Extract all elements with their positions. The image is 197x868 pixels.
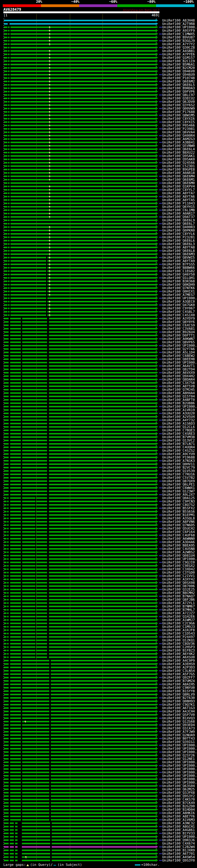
alignment-bar-segment	[15, 833, 18, 834]
alignment-bar-segment	[22, 524, 35, 526]
alignment-bar-segment	[51, 734, 156, 736]
alignment-bar-segment	[4, 209, 7, 211]
alignment-bar-segment	[7, 589, 9, 590]
subject-gap-dash	[159, 670, 162, 671]
alignment-bar-segment	[22, 650, 35, 651]
alignment-bar-segment	[22, 643, 35, 645]
alignment-bar-segment	[52, 826, 156, 827]
query-gap-triangle-stem	[50, 196, 50, 198]
alignment-bar-segment	[4, 646, 6, 648]
alignment-bar-segment	[22, 484, 47, 485]
alignment-bar-segment	[8, 230, 9, 231]
alignment-bar-segment	[51, 670, 156, 672]
alignment-bar-segment	[36, 582, 47, 584]
subject-arrow-icon	[156, 520, 158, 523]
query-gap-triangle-stem	[50, 217, 50, 218]
alignment-bar-segment	[4, 375, 9, 377]
alignment-bar-segment	[10, 609, 21, 611]
alignment-bar-segment	[52, 823, 156, 824]
subject-gap-dash	[159, 95, 162, 95]
subject-arrow-icon	[156, 463, 158, 465]
alignment-bar-segment	[8, 115, 9, 116]
subject-arrow-icon	[156, 66, 158, 69]
alignment-bar-segment	[36, 528, 47, 529]
alignment-bar-segment	[8, 81, 9, 82]
subject-arrow-icon	[156, 710, 158, 713]
alignment-bar-segment	[7, 538, 9, 539]
alignment-bar-segment	[8, 148, 9, 150]
alignment-bar-segment	[22, 385, 47, 387]
alignment-bar-segment	[22, 836, 50, 838]
subject-arrow-icon	[156, 476, 158, 479]
alignment-bar-segment	[4, 460, 9, 462]
alignment-bar-segment	[8, 64, 9, 65]
subject-gap-dash	[159, 643, 162, 644]
query-gap-triangle-stem	[50, 288, 50, 289]
alignment-bar-segment	[49, 541, 156, 543]
alignment-bar-segment	[4, 206, 7, 208]
alignment-bar-segment	[7, 572, 9, 573]
alignment-bar-segment	[49, 582, 156, 584]
alignment-bar-segment	[10, 54, 156, 55]
alignment-bar-segment	[36, 585, 47, 587]
alignment-bar-segment	[22, 582, 35, 584]
alignment-bar-segment	[22, 420, 47, 421]
alignment-bar-segment	[15, 860, 18, 861]
subject-arrow-icon	[156, 84, 158, 86]
alignment-bar-segment	[49, 423, 156, 424]
alignment-bar-segment	[4, 233, 7, 235]
alignment-bar-segment	[8, 40, 9, 41]
alignment-bar-segment	[8, 94, 9, 96]
subject-gap-dash	[159, 731, 162, 732]
alignment-bar-segment	[49, 433, 156, 434]
subject-gap-dash	[159, 223, 162, 224]
alignment-bar-segment	[22, 680, 49, 682]
alignment-bar-segment	[22, 677, 49, 678]
subject-arrow-icon	[156, 642, 158, 645]
alignment-bar-segment	[4, 711, 9, 712]
subject-arrow-icon	[156, 419, 158, 421]
alignment-bar-segment	[10, 43, 156, 45]
subject-arrow-icon	[156, 422, 158, 425]
alignment-bar-segment	[10, 182, 156, 184]
subject-gap-dash	[159, 67, 162, 68]
alignment-bar-segment	[49, 602, 156, 604]
alignment-bar-segment	[49, 460, 156, 462]
alignment-bar-segment	[4, 727, 9, 729]
alignment-bar-segment	[8, 284, 9, 285]
subject-arrow-icon	[156, 290, 158, 292]
subject-gap-dash	[159, 47, 162, 48]
alignment-bar-segment	[8, 172, 9, 174]
alignment-bar-segment	[4, 230, 7, 231]
subject-arrow-icon	[156, 439, 158, 441]
alignment-bar-segment	[49, 629, 156, 631]
alignment-bar-segment	[4, 260, 7, 262]
alignment-bar-segment	[10, 724, 21, 726]
subject-gap-dash	[159, 508, 162, 509]
subject-arrow-icon	[156, 734, 158, 736]
subject-arrow-icon	[156, 558, 158, 560]
alignment-bar-segment	[4, 70, 7, 72]
subject-gap-dash	[159, 779, 162, 780]
alignment-bar-segment	[10, 670, 21, 672]
alignment-bar-segment	[8, 314, 9, 316]
query-gap-triangle-stem	[50, 115, 50, 117]
subject-arrow-icon	[156, 856, 158, 858]
alignment-bar-segment	[8, 216, 9, 218]
alignment-bar-segment	[47, 304, 156, 306]
alignment-bar-segment	[4, 518, 6, 519]
alignment-bar-segment	[4, 707, 9, 709]
alignment-bar-segment	[10, 291, 46, 292]
alignment-bar-segment	[8, 152, 9, 153]
subject-arrow-icon	[156, 852, 158, 855]
alignment-bar-segment	[49, 324, 156, 326]
alignment-bar-segment	[4, 399, 9, 401]
subject-arrow-icon	[156, 727, 158, 730]
alignment-bar-segment	[4, 196, 7, 197]
query-gap-triangle-stem	[50, 268, 50, 269]
alignment-bar-segment	[36, 636, 47, 638]
alignment-bar-segment	[22, 521, 35, 523]
alignment-bar-segment	[22, 541, 35, 543]
subject-arrow-icon	[156, 371, 158, 374]
alignment-bar-segment	[49, 375, 156, 377]
